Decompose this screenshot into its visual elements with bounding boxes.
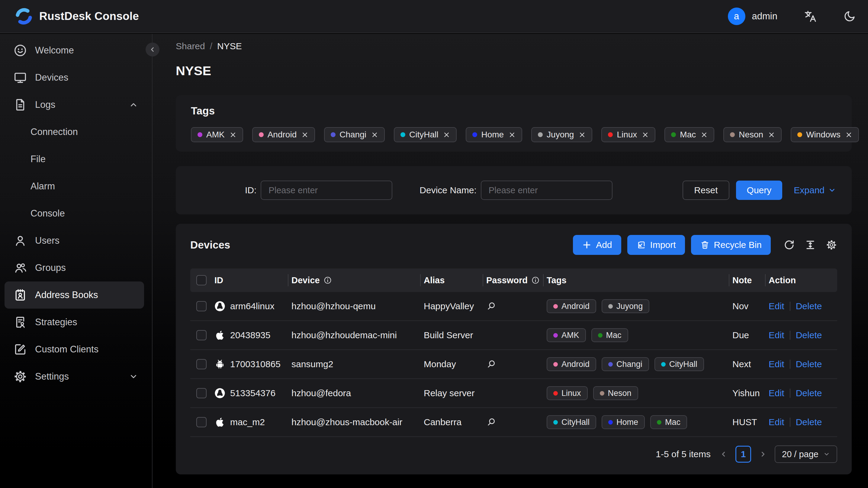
import-button[interactable]: Import bbox=[627, 235, 685, 255]
remove-tag-icon[interactable] bbox=[642, 131, 649, 138]
delete-link[interactable]: Delete bbox=[796, 359, 822, 369]
document-icon bbox=[13, 98, 27, 112]
sidebar-item-alarm[interactable]: Alarm bbox=[0, 173, 152, 200]
sidebar-item-file[interactable]: File bbox=[0, 146, 152, 173]
sidebar-item-users[interactable]: Users bbox=[0, 227, 152, 254]
row-checkbox[interactable] bbox=[196, 359, 207, 369]
tag-chip: CityHall bbox=[547, 415, 596, 429]
device-name-filter-label: Device Name: bbox=[420, 185, 476, 195]
col-header-password: Password bbox=[486, 269, 547, 292]
sidebar-item-console[interactable]: Console bbox=[0, 200, 152, 227]
edit-link[interactable]: Edit bbox=[769, 388, 784, 398]
view-password-icon[interactable] bbox=[486, 359, 497, 369]
tag-chip: Neson bbox=[723, 127, 782, 142]
sidebar-item-label: Logs bbox=[35, 99, 55, 110]
edit-link[interactable]: Edit bbox=[769, 417, 784, 427]
row-checkbox[interactable] bbox=[196, 388, 207, 398]
remove-tag-icon[interactable] bbox=[443, 131, 450, 138]
view-password-icon[interactable] bbox=[486, 301, 497, 311]
device-id: 513354376 bbox=[230, 388, 275, 398]
remove-tag-icon[interactable] bbox=[845, 131, 852, 138]
sidebar-item-label: Devices bbox=[35, 72, 68, 83]
col-header-device: Device bbox=[291, 269, 424, 292]
import-icon bbox=[637, 240, 646, 250]
row-checkbox[interactable] bbox=[196, 330, 207, 340]
id-filter-input[interactable] bbox=[261, 181, 392, 200]
recycle-bin-button[interactable]: Recycle Bin bbox=[691, 235, 771, 255]
sidebar-item-logs[interactable]: Logs bbox=[0, 91, 152, 118]
tag-color-dot bbox=[259, 132, 264, 137]
row-checkbox[interactable] bbox=[196, 417, 207, 427]
add-button[interactable]: Add bbox=[573, 235, 621, 255]
device-alias: Monday bbox=[424, 359, 486, 369]
delete-link[interactable]: Delete bbox=[796, 301, 822, 311]
query-button[interactable]: Query bbox=[736, 181, 782, 200]
tag-label: Android bbox=[268, 130, 297, 140]
breadcrumb-parent[interactable]: Shared bbox=[176, 41, 205, 51]
devices-card: Devices Add Import Recycle Bin bbox=[176, 224, 852, 475]
info-icon[interactable] bbox=[531, 276, 540, 284]
user-icon bbox=[13, 234, 27, 248]
delete-link[interactable]: Delete bbox=[796, 330, 822, 340]
view-password-icon[interactable] bbox=[486, 417, 497, 427]
tags-card: Tags AMK Android Changi bbox=[176, 95, 852, 152]
remove-tag-icon[interactable] bbox=[508, 131, 516, 138]
expand-toggle[interactable]: Expand bbox=[794, 185, 836, 195]
prev-page-icon[interactable] bbox=[720, 450, 727, 458]
topbar: RustDesk Console a admin bbox=[0, 0, 868, 33]
tag-chip: Juyong bbox=[531, 127, 592, 142]
sidebar-item-groups[interactable]: Groups bbox=[0, 254, 152, 281]
device-alias: Canberra bbox=[424, 417, 486, 427]
delete-link[interactable]: Delete bbox=[796, 417, 822, 427]
refresh-icon[interactable] bbox=[783, 239, 795, 251]
sidebar-item-custom-clients[interactable]: Custom Clients bbox=[0, 336, 152, 363]
table-settings-icon[interactable] bbox=[826, 239, 837, 251]
tag-chip: Neson bbox=[593, 386, 638, 400]
row-height-icon[interactable] bbox=[805, 239, 816, 251]
edit-link[interactable]: Edit bbox=[769, 301, 784, 311]
sidebar-collapse-button[interactable] bbox=[146, 42, 159, 57]
tag-chip: Juyong bbox=[601, 299, 649, 313]
breadcrumb-current: NYSE bbox=[217, 41, 242, 51]
edit-link[interactable]: Edit bbox=[769, 330, 784, 340]
sidebar-item-settings[interactable]: Settings bbox=[0, 363, 152, 390]
action-divider bbox=[790, 302, 790, 311]
device-name: hzhou@zhous-macbook-air bbox=[291, 417, 424, 427]
reset-button[interactable]: Reset bbox=[683, 181, 729, 200]
edit-square-icon bbox=[13, 342, 27, 356]
remove-tag-icon[interactable] bbox=[701, 131, 708, 138]
select-all-checkbox[interactable] bbox=[196, 275, 207, 285]
tag-color-dot bbox=[671, 132, 676, 137]
filter-card: ID: Device Name: Reset Query Expand bbox=[176, 166, 852, 214]
plus-icon bbox=[582, 240, 592, 250]
tag-chip: CityHall bbox=[394, 127, 457, 142]
info-icon[interactable] bbox=[323, 276, 332, 284]
remove-tag-icon[interactable] bbox=[302, 131, 308, 138]
sidebar-item-strategies[interactable]: Strategies bbox=[0, 309, 152, 336]
dark-mode-icon[interactable] bbox=[843, 10, 856, 23]
language-icon[interactable] bbox=[804, 10, 817, 23]
tags-list: AMK Android Changi CityHall bbox=[191, 127, 837, 142]
remove-tag-icon[interactable] bbox=[768, 131, 775, 138]
username[interactable]: admin bbox=[752, 11, 777, 22]
remove-tag-icon[interactable] bbox=[579, 131, 586, 138]
page-number[interactable]: 1 bbox=[736, 446, 751, 463]
action-divider bbox=[790, 389, 790, 398]
table-row: mac_m2 hzhou@zhous-macbook-air Canberra … bbox=[190, 408, 837, 437]
remove-tag-icon[interactable] bbox=[371, 131, 378, 138]
remove-tag-icon[interactable] bbox=[229, 131, 237, 138]
edit-link[interactable]: Edit bbox=[769, 359, 784, 369]
page-size-select[interactable]: 20 / page bbox=[775, 446, 837, 463]
sidebar-item-connection[interactable]: Connection bbox=[0, 118, 152, 146]
device-note: Next bbox=[733, 359, 769, 369]
row-checkbox[interactable] bbox=[196, 301, 207, 311]
breadcrumb-separator: / bbox=[210, 41, 212, 51]
chevron-left-icon bbox=[149, 46, 156, 53]
sidebar-item-devices[interactable]: Devices bbox=[0, 64, 152, 91]
avatar[interactable]: a bbox=[728, 7, 745, 25]
delete-link[interactable]: Delete bbox=[796, 388, 822, 398]
sidebar-item-address-books[interactable]: Address Books bbox=[4, 281, 144, 309]
sidebar-item-welcome[interactable]: Welcome bbox=[0, 37, 152, 64]
device-name-filter-input[interactable] bbox=[481, 181, 613, 200]
next-page-icon[interactable] bbox=[759, 450, 767, 458]
